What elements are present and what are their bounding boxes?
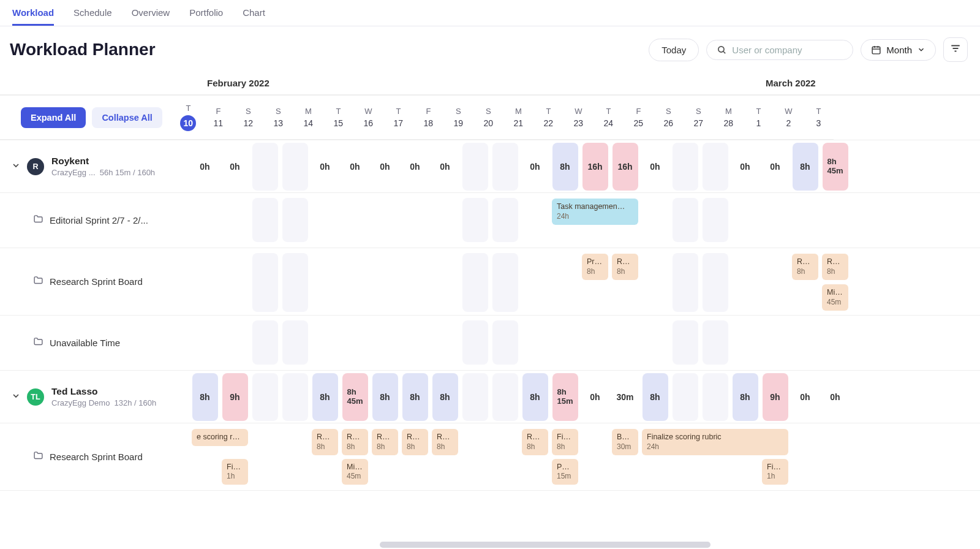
tab-portfolio[interactable]: Portfolio	[189, 7, 223, 26]
hour-cell[interactable]: 0h	[370, 140, 400, 192]
hour-cell[interactable]: 0h	[520, 140, 550, 192]
hour-cell[interactable]: 16h	[580, 140, 610, 192]
hour-cell[interactable]: 0h	[220, 140, 250, 192]
hour-cell[interactable]	[700, 371, 730, 423]
hour-cell[interactable]: 8h	[520, 371, 550, 423]
task-chip[interactable]: Re…8h	[792, 254, 818, 280]
expand-all-button[interactable]: Expand All	[21, 107, 86, 128]
hour-cell[interactable]: 0h	[820, 371, 850, 423]
hour-cell[interactable]: 8h15m	[550, 371, 580, 423]
hour-cell[interactable]: 30m	[610, 371, 640, 423]
hour-cell[interactable]: 8h	[550, 140, 580, 192]
hour-cell[interactable]: 0h	[640, 140, 670, 192]
expand-user-chevron-icon[interactable]	[11, 161, 21, 173]
day-column[interactable]: S19	[443, 96, 473, 139]
task-chip[interactable]: Re…8h	[822, 254, 848, 280]
hour-cell[interactable]: 0h	[190, 140, 220, 192]
day-column[interactable]: T22	[533, 96, 564, 139]
hour-cell[interactable]: 8h	[430, 371, 460, 423]
task-chip[interactable]: Fin…1h	[222, 459, 248, 485]
task-chip[interactable]: Re…8h	[342, 429, 368, 455]
hour-cell[interactable]: 8h45m	[340, 371, 370, 423]
task-chip[interactable]: Mi…45m	[822, 284, 848, 311]
task-chip[interactable]: Pre…8h	[582, 254, 608, 280]
hour-cell[interactable]: 8h	[400, 371, 430, 423]
hour-cell[interactable]	[250, 371, 280, 423]
task-chip[interactable]: Task managemen…24h	[552, 199, 638, 225]
hour-cell[interactable]: 0h	[400, 140, 430, 192]
hour-cell[interactable]	[670, 140, 700, 192]
tab-schedule[interactable]: Schedule	[74, 7, 112, 26]
day-column[interactable]: S12	[233, 96, 263, 139]
task-chip[interactable]: Mi…45m	[342, 459, 368, 485]
hour-cell[interactable]: 0h	[580, 371, 610, 423]
task-chip[interactable]: Re…8h	[522, 429, 548, 455]
horizontal-scrollbar[interactable]	[380, 542, 710, 548]
hour-cell[interactable]	[250, 140, 280, 192]
hour-cell[interactable]: 8h	[790, 140, 820, 192]
task-chip[interactable]: Re…8h	[432, 429, 458, 455]
hour-cell[interactable]	[490, 371, 520, 423]
hour-cell[interactable]	[460, 140, 490, 192]
hour-cell[interactable]: 9h	[220, 371, 250, 423]
hour-cell[interactable]	[460, 371, 490, 423]
search-input[interactable]	[732, 45, 848, 55]
hour-cell[interactable]: 0h	[760, 140, 790, 192]
day-column[interactable]: W23	[564, 96, 594, 139]
day-column[interactable]: F18	[413, 96, 443, 139]
tab-chart[interactable]: Chart	[243, 7, 265, 26]
hour-cell[interactable]: 16h	[610, 140, 640, 192]
period-selector[interactable]: Month	[861, 39, 936, 61]
hour-cell[interactable]: 9h	[760, 371, 790, 423]
day-column[interactable]: M14	[293, 96, 323, 139]
tab-overview[interactable]: Overview	[132, 7, 170, 26]
day-column[interactable]: T10	[173, 96, 203, 139]
task-chip[interactable]: e scoring ru…	[192, 429, 248, 446]
hour-cell[interactable]	[700, 140, 730, 192]
hour-cell[interactable]: 8h	[310, 371, 340, 423]
day-column[interactable]: T17	[383, 96, 413, 139]
hour-cell[interactable]: 0h	[730, 140, 760, 192]
search-input-wrap[interactable]	[706, 40, 853, 60]
hour-cell[interactable]: 0h	[310, 140, 340, 192]
task-chip[interactable]: Finalize scoring rubric24h	[642, 429, 788, 455]
hour-cell[interactable]: 8h	[190, 371, 220, 423]
day-column[interactable]: S27	[684, 96, 714, 139]
task-chip[interactable]: Fin…8h	[552, 429, 578, 455]
hour-cell[interactable]	[670, 371, 700, 423]
day-column[interactable]: W16	[353, 96, 383, 139]
day-column[interactable]: F11	[203, 96, 233, 139]
expand-user-chevron-icon[interactable]	[11, 391, 21, 403]
hour-cell[interactable]	[490, 140, 520, 192]
day-column[interactable]: S13	[263, 96, 293, 139]
day-column[interactable]: M21	[503, 96, 533, 139]
task-chip[interactable]: Re…8h	[372, 429, 398, 455]
hour-cell[interactable]: 8h	[640, 371, 670, 423]
task-chip[interactable]: Res…8h	[612, 254, 638, 280]
tab-workload[interactable]: Workload	[12, 7, 54, 26]
day-column[interactable]: W2	[774, 96, 804, 139]
day-column[interactable]: S20	[473, 96, 503, 139]
day-column[interactable]: F25	[624, 96, 654, 139]
hour-cell[interactable]: 0h	[430, 140, 460, 192]
day-column[interactable]: S26	[654, 96, 684, 139]
task-chip[interactable]: Re…8h	[312, 429, 338, 455]
filter-button[interactable]	[943, 37, 968, 62]
hour-cell[interactable]	[280, 371, 310, 423]
hour-cell[interactable]: 0h	[340, 140, 370, 192]
day-column[interactable]: M28	[714, 96, 744, 139]
day-column[interactable]: T3	[804, 96, 834, 139]
day-column[interactable]: T1	[744, 96, 774, 139]
hour-cell[interactable]: 0h	[790, 371, 820, 423]
hour-cell[interactable]: 8h	[370, 371, 400, 423]
task-chip[interactable]: Fin…1h	[762, 459, 788, 485]
task-chip[interactable]: Re…8h	[402, 429, 428, 455]
task-chip[interactable]: Bu…30m	[612, 429, 638, 455]
hour-cell[interactable]: 8h	[730, 371, 760, 423]
day-column[interactable]: T24	[594, 96, 624, 139]
task-chip[interactable]: Pas…15m	[552, 459, 578, 485]
hour-cell[interactable]	[280, 140, 310, 192]
day-column[interactable]: T15	[323, 96, 353, 139]
collapse-all-button[interactable]: Collapse All	[92, 107, 162, 128]
today-button[interactable]: Today	[649, 39, 699, 61]
